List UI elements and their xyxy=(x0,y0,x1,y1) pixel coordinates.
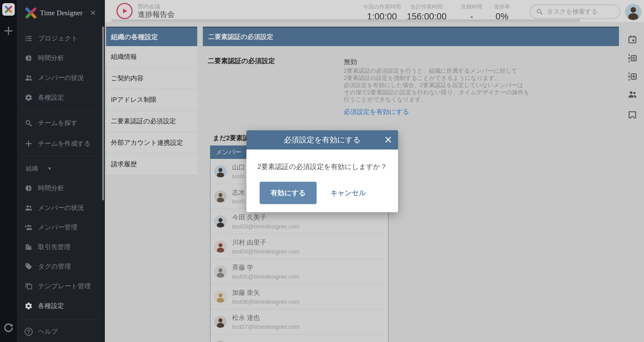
modal-close-button[interactable] xyxy=(384,136,392,144)
close-icon xyxy=(384,136,392,144)
modal-actions: 有効にする キャンセル xyxy=(246,182,398,204)
confirm-modal: 必須設定を有効にする 2要素認証の必須設定を有効にしますか？ 有効にする キャン… xyxy=(246,130,398,212)
modal-question: 2要素認証の必須設定を有効にしますか？ xyxy=(246,162,398,171)
modal-title: 必須設定を有効にする xyxy=(284,135,360,145)
app-root: Time Designer プロジェクト 時間分析 メンバーの状況 各種設定 xyxy=(0,0,644,342)
modal-header: 必須設定を有効にする xyxy=(246,130,398,150)
confirm-button[interactable]: 有効にする xyxy=(260,182,317,204)
cancel-button[interactable]: キャンセル xyxy=(330,188,366,198)
